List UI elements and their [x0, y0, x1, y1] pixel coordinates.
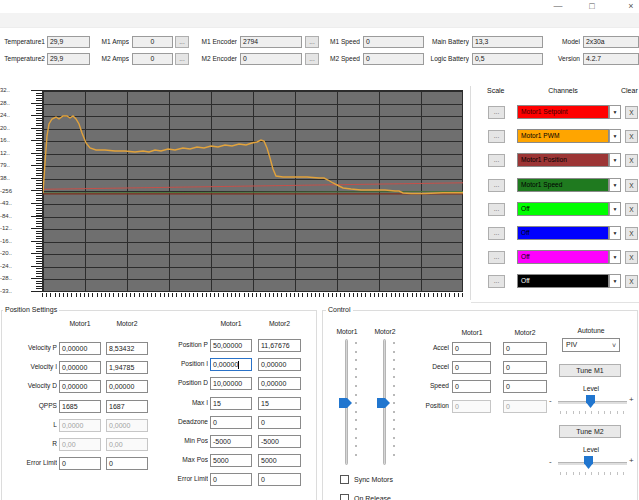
channel-clear-button[interactable]: X — [625, 130, 638, 143]
position-m1-input[interactable]: 50,00000 — [210, 339, 252, 352]
position-m1-input[interactable]: 0,00000 — [210, 358, 252, 371]
scale-button[interactable]: ... — [488, 154, 505, 167]
control-m1-input[interactable]: 0 — [452, 342, 491, 355]
velocity-m1-input: 0,0000 — [59, 419, 101, 432]
channel-combo[interactable]: Motor1 Setpoint — [517, 105, 609, 119]
channel-clear-button[interactable]: X — [625, 227, 638, 240]
control-m1-input: 0 — [452, 400, 491, 413]
amps-more-button[interactable]: ... — [175, 36, 189, 48]
channel-combo[interactable]: Motor1 PWM — [517, 129, 609, 143]
control-m2-input[interactable]: 0 — [503, 342, 547, 355]
scale-button[interactable]: ... — [488, 179, 505, 192]
scale-button[interactable]: ... — [488, 106, 505, 119]
amps-label: M2 Amps — [94, 53, 129, 65]
minimize-button[interactable]: — — [551, 1, 565, 12]
channel-dropdown-arrow-icon[interactable]: ▼ — [609, 178, 621, 192]
position-m2-input[interactable]: -5000 — [258, 435, 301, 448]
level-m1-plus[interactable]: + — [629, 395, 634, 404]
y-axis-tick-label: -33.. — [0, 288, 13, 294]
position-m1-input[interactable]: 15 — [210, 397, 252, 410]
channel-dropdown-arrow-icon[interactable]: ▼ — [609, 202, 621, 216]
position-m2-input[interactable]: 11,67676 — [258, 339, 301, 352]
scale-button[interactable]: ... — [488, 203, 505, 216]
position-row-label: Error Limit — [156, 473, 208, 485]
channel-combo[interactable]: Motor1 Position — [517, 153, 609, 167]
second-checkbox[interactable] — [340, 494, 349, 500]
position-m1-input[interactable]: 0 — [210, 416, 252, 429]
close-button[interactable]: × — [624, 1, 638, 12]
control-row-label: Accel — [408, 342, 449, 354]
channel-dropdown-arrow-icon[interactable]: ▼ — [609, 129, 621, 143]
velocity-m1-input[interactable]: 1685 — [59, 400, 101, 413]
velocity-m2-input[interactable]: 0,00000 — [106, 380, 148, 393]
encoder-more-button[interactable]: ... — [305, 36, 319, 48]
maximize-button[interactable]: □ — [585, 1, 599, 12]
position-m2-input[interactable]: 15 — [258, 397, 301, 410]
velocity-m1-input[interactable]: 0,00000 — [59, 361, 101, 374]
scale-button[interactable]: ... — [488, 227, 505, 240]
channel-combo[interactable]: Off — [517, 226, 609, 240]
velocity-m1-header: Motor1 — [59, 320, 101, 327]
autotune-select[interactable]: PIV ˅ — [562, 338, 620, 352]
level-m1-minus[interactable]: - — [549, 396, 552, 405]
velocity-row-label: Velocity D — [2, 380, 57, 392]
temperature-value: 29,9 — [47, 36, 90, 48]
position-m1-input[interactable]: 0 — [210, 473, 252, 486]
tune-m2-button[interactable]: Tune M2 — [559, 425, 621, 438]
velocity-m2-input[interactable]: 1687 — [106, 400, 148, 413]
control-m2-input[interactable]: 0 — [503, 361, 547, 374]
position-m2-input[interactable]: 5000 — [258, 454, 301, 467]
level-m2-plus[interactable]: + — [629, 456, 634, 465]
channel-dropdown-arrow-icon[interactable]: ▼ — [609, 153, 621, 167]
control-m1-input[interactable]: 0 — [452, 380, 491, 393]
velocity-m2-input[interactable]: 1,94785 — [106, 361, 148, 374]
sync-motors-checkbox[interactable] — [340, 475, 349, 484]
control-m2-input: 0 — [503, 400, 547, 413]
position-settings-title: Position Settings — [3, 306, 59, 313]
control-m2-input[interactable]: 0 — [503, 380, 547, 393]
position-m2-input[interactable]: 0 — [258, 473, 301, 486]
scale-button[interactable]: ... — [488, 130, 505, 143]
channel-dropdown-arrow-icon[interactable]: ▼ — [609, 226, 621, 240]
slider-m1-header: Motor1 — [330, 328, 364, 335]
velocity-m1-input[interactable]: 0 — [59, 457, 101, 470]
amps-more-button[interactable]: ... — [175, 53, 189, 65]
channel-clear-button[interactable]: X — [625, 203, 638, 216]
position-m2-input[interactable]: 0,00000 — [258, 377, 301, 390]
y-axis-tick-label: 20.. — [0, 125, 13, 131]
control-m1-input[interactable]: 0 — [452, 361, 491, 374]
channel-combo[interactable]: Off — [517, 202, 609, 216]
scope-traces — [43, 91, 463, 292]
velocity-m1-input[interactable]: 0,00000 — [59, 380, 101, 393]
battery-value: 0,5 — [472, 53, 543, 65]
channel-combo[interactable]: Motor1 Speed — [517, 178, 609, 192]
channel-clear-button[interactable]: X — [625, 251, 638, 264]
encoder-more-button[interactable]: ... — [305, 53, 319, 65]
channel-clear-button[interactable]: X — [625, 154, 638, 167]
text-caret — [238, 361, 239, 369]
scale-button[interactable]: ... — [488, 251, 505, 264]
channel-dropdown-arrow-icon[interactable]: ▼ — [609, 105, 621, 119]
channel-dropdown-arrow-icon[interactable]: ▼ — [609, 274, 621, 288]
velocity-m2-input[interactable]: 0 — [106, 457, 148, 470]
velocity-row-label: L — [2, 419, 57, 431]
velocity-m1-input[interactable]: 0,00000 — [59, 342, 101, 355]
position-m2-input[interactable]: 0,00000 — [258, 358, 301, 371]
tune-m1-button[interactable]: Tune M1 — [559, 364, 621, 377]
channel-combo[interactable]: Off — [517, 274, 609, 288]
channel-clear-button[interactable]: X — [625, 275, 638, 288]
autotune-label: Autotune — [562, 327, 620, 334]
level-m2-minus[interactable]: - — [549, 457, 552, 466]
velocity-m2-input[interactable]: 8,53432 — [106, 342, 148, 355]
velocity-row-label: Error Limit — [2, 457, 57, 469]
channel-clear-button[interactable]: X — [625, 179, 638, 192]
channel-combo[interactable]: Off — [517, 250, 609, 264]
scale-header: Scale — [487, 87, 505, 94]
position-m1-input[interactable]: 10,00000 — [210, 377, 252, 390]
channel-clear-button[interactable]: X — [625, 106, 638, 119]
position-m1-input[interactable]: 5000 — [210, 454, 252, 467]
scale-button[interactable]: ... — [488, 275, 505, 288]
position-m2-input[interactable]: 0 — [258, 416, 301, 429]
channel-dropdown-arrow-icon[interactable]: ▼ — [609, 250, 621, 264]
position-m1-input[interactable]: -5000 — [210, 435, 252, 448]
